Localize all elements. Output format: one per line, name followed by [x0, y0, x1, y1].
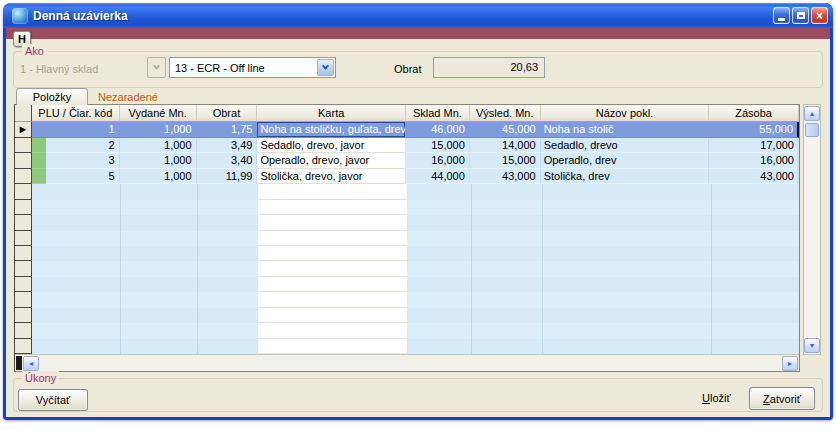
row-selector-cell — [15, 169, 32, 185]
grid-empty-right — [407, 184, 800, 354]
close-icon: × — [816, 10, 823, 22]
cell-plu: 5 — [46, 169, 120, 185]
table-row[interactable]: 51,00011,99Stolička, drevo, javor44,0004… — [15, 169, 799, 185]
maximize-icon — [797, 12, 805, 19]
scroll-up-button[interactable]: ▲ — [804, 106, 820, 121]
window-title: Denná uzávierka — [33, 9, 128, 23]
cell-karta: Sedadlo, drevo, javor — [257, 138, 406, 154]
table-row[interactable]: 21,0003,49Sedadlo, drevo, javor15,00014,… — [15, 138, 799, 154]
cell-obrat: 3,40 — [197, 153, 258, 169]
column-header[interactable]: Výsled. Mn. — [470, 105, 541, 122]
maximize-button[interactable] — [792, 7, 809, 24]
device-combo-value: 13 - ECR - Off line — [170, 62, 316, 74]
grid-corner-cell — [15, 105, 32, 122]
cell-plu: 1 — [46, 122, 120, 138]
current-row-marker-icon: ► — [15, 122, 32, 138]
warehouse-dropdown-button — [147, 57, 166, 78]
cell-obrat: 1,75 — [197, 122, 258, 138]
device-combo[interactable]: 13 - ECR - Off line — [169, 57, 336, 78]
toolbar-strip — [6, 28, 830, 39]
chevron-down-icon — [322, 63, 329, 70]
cell-obrat: 3,49 — [197, 138, 258, 154]
scroll-down-button[interactable]: ▼ — [804, 338, 820, 353]
grid-header-row: PLU / Čiar. kódVydané Mn.ObratKartaSklad… — [15, 105, 799, 122]
table-row[interactable]: 31,0003,40Operadlo, drevo, javor16,00015… — [15, 153, 799, 169]
grid-empty-area — [15, 184, 799, 354]
cell-sklad: 15,000 — [406, 138, 470, 154]
cell-zasoba: 43,000 — [709, 169, 799, 185]
cell-vysled: 15,000 — [470, 153, 541, 169]
grid-empty-left — [32, 184, 258, 354]
app-icon — [12, 8, 28, 24]
minimize-icon — [778, 18, 785, 21]
row-indicator-cell — [32, 169, 46, 185]
column-header[interactable]: PLU / Čiar. kód — [32, 105, 120, 122]
cell-karta: Noha na stoličku, guľata, drevo — [257, 122, 406, 138]
cell-sklad: 16,000 — [406, 153, 470, 169]
cell-vysled: 43,000 — [470, 169, 541, 185]
cell-nazov: Noha na stolič — [541, 122, 710, 138]
items-grid: PLU / Čiar. kódVydané Mn.ObratKartaSklad… — [14, 104, 800, 372]
ako-group-label: Ako — [22, 44, 47, 58]
zatvorit-button[interactable]: Zatvoriť — [749, 387, 815, 410]
cell-nazov: Operadlo, drev — [541, 153, 710, 169]
vertical-scrollbar[interactable]: ▲ ▼ — [803, 104, 821, 355]
cell-vydane: 1,000 — [120, 122, 197, 138]
cell-plu: 2 — [46, 138, 120, 154]
cell-nazov: Sedadlo, drevo — [541, 138, 710, 154]
horizontal-scrollbar[interactable]: ◄ ► — [15, 354, 799, 371]
cell-karta: Operadlo, drevo, javor — [257, 153, 406, 169]
cell-nazov: Stolička, drev — [541, 169, 710, 185]
column-header[interactable]: Zásoba — [709, 105, 799, 122]
grid-gutter-column — [15, 184, 32, 354]
column-header[interactable]: Obrat — [197, 105, 258, 122]
tab-polozky[interactable]: Položky — [16, 88, 88, 105]
row-selector-cell — [15, 138, 32, 154]
window-controls: × — [773, 7, 828, 24]
column-header[interactable]: Sklad Mn. — [406, 105, 470, 122]
vscroll-thumb[interactable] — [805, 123, 819, 137]
obrat-label: Obrat — [394, 63, 422, 75]
device-dropdown-button[interactable] — [317, 59, 334, 76]
cell-vydane: 1,000 — [120, 153, 197, 169]
cell-sklad: 46,000 — [406, 122, 470, 138]
minimize-button[interactable] — [773, 7, 790, 24]
cell-zasoba: 55,000 — [709, 122, 799, 138]
column-header[interactable]: Vydané Mn. — [120, 105, 197, 122]
scroll-left-button[interactable]: ◄ — [23, 356, 39, 371]
close-button[interactable]: × — [811, 7, 828, 24]
titlebar: Denná uzávierka × — [3, 3, 833, 28]
cell-vydane: 1,000 — [120, 169, 197, 185]
ukony-group-label: Úkony — [22, 371, 59, 385]
cell-karta: Stolička, drevo, javor — [257, 169, 406, 185]
row-indicator-cell — [32, 153, 46, 169]
cell-vysled: 45,000 — [470, 122, 541, 138]
cell-zasoba: 16,000 — [709, 153, 799, 169]
vycitat-button[interactable]: Vyčítať — [18, 389, 88, 411]
row-indicator-cell — [32, 138, 46, 154]
chevron-down-icon — [153, 63, 160, 70]
scroll-right-button[interactable]: ► — [782, 356, 798, 371]
hscroll-thumb[interactable] — [16, 356, 22, 370]
cell-obrat: 11,99 — [197, 169, 258, 185]
cell-vydane: 1,000 — [120, 138, 197, 154]
ulozit-button[interactable]: Uložiť — [702, 392, 731, 404]
column-header[interactable]: Karta — [257, 105, 406, 122]
client-area: H Ako 1 - Hlavný sklad 13 - ECR - Off li… — [6, 28, 830, 417]
column-header[interactable]: Názov pokl. — [541, 105, 710, 122]
row-indicator-cell — [32, 122, 46, 138]
cell-plu: 3 — [46, 153, 120, 169]
grid-empty-karta — [258, 184, 407, 354]
status-nezaradene: Nezaradené — [98, 91, 158, 103]
obrat-field: 20,63 — [433, 57, 545, 78]
screen: Denná uzávierka × H Ako 1 - Hlavný sklad… — [0, 0, 836, 430]
grid-rows: ►11,0001,75Noha na stoličku, guľata, dre… — [15, 122, 799, 184]
row-selector-cell — [15, 153, 32, 169]
warehouse-combo-value: 1 - Hlavný sklad — [20, 63, 98, 75]
cell-vysled: 14,000 — [470, 138, 541, 154]
table-row[interactable]: ►11,0001,75Noha na stoličku, guľata, dre… — [15, 122, 799, 138]
cell-zasoba: 17,000 — [709, 138, 799, 154]
app-window: Denná uzávierka × H Ako 1 - Hlavný sklad… — [3, 3, 833, 420]
cell-sklad: 44,000 — [406, 169, 470, 185]
